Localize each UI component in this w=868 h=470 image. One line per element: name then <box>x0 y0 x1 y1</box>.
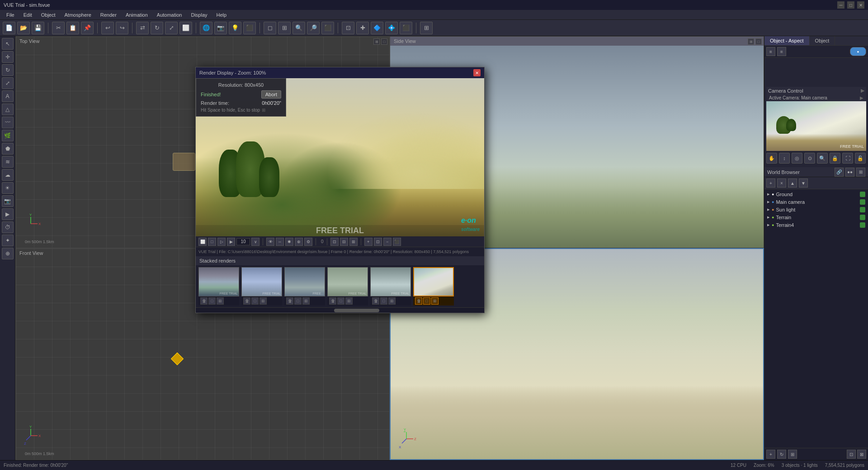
render-btn-5[interactable]: ∨ <box>251 238 259 246</box>
render-thumb-6-active[interactable] <box>413 267 454 296</box>
wb-bottom-1[interactable]: + <box>766 450 775 459</box>
frame-button[interactable]: ⬛ <box>321 22 334 34</box>
tool-move[interactable]: ✛ <box>2 51 14 63</box>
menu-atmosphere[interactable]: Atmosphere <box>60 11 96 19</box>
render-thumb-1[interactable]: FREE TRIAL <box>198 267 239 296</box>
thumb-3-delete[interactable]: 🗑 <box>286 297 293 305</box>
render-button[interactable]: 🌐 <box>200 22 212 34</box>
render-export-3[interactable]: ⊞ <box>349 238 358 246</box>
side-view-icon-1[interactable]: ⊞ <box>748 38 754 45</box>
select-button[interactable]: ◻ <box>264 22 276 34</box>
camera-button[interactable]: 📷 <box>214 22 227 34</box>
view-btn-4[interactable]: 💠 <box>385 22 398 34</box>
render-modal-close[interactable]: ✕ <box>473 69 481 76</box>
maximize-button[interactable]: □ <box>847 1 854 9</box>
render-export-1[interactable]: ⊡ <box>330 238 339 246</box>
terrain-button[interactable]: ⬜ <box>179 22 192 34</box>
menu-display[interactable]: Display <box>186 11 212 19</box>
cam-move[interactable]: ↕ <box>779 153 790 164</box>
render-view-3[interactable]: ✱ <box>285 238 293 246</box>
render-export-2[interactable]: ⊟ <box>340 238 348 246</box>
tree-item-terrain[interactable]: ▸ ● Terrain <box>764 213 868 221</box>
tool-rock[interactable]: ⬟ <box>2 143 14 155</box>
wb-add[interactable]: + <box>766 179 775 188</box>
thumb-5-expand[interactable]: ⊞ <box>388 297 396 305</box>
cam-look[interactable]: ⊙ <box>804 153 815 164</box>
cam-lock1[interactable]: 🔒 <box>830 153 840 164</box>
tool-select[interactable]: ↖ <box>2 38 14 50</box>
tool-rotate[interactable]: ↻ <box>2 64 14 76</box>
render-thumb-4[interactable]: FREE TRIAL <box>327 267 368 296</box>
close-button[interactable]: ✕ <box>857 1 864 9</box>
cam-pan[interactable]: ✋ <box>766 153 777 164</box>
menu-help[interactable]: Help <box>212 11 231 19</box>
zoom-in-button[interactable]: 🔍 <box>292 22 305 34</box>
render-zoom-fit[interactable]: ⊡ <box>374 238 382 246</box>
cam-lock2[interactable]: 🔓 <box>855 153 866 164</box>
menu-automation[interactable]: Automation <box>152 11 187 19</box>
thumb-5-copy[interactable]: □ <box>380 297 387 305</box>
tool-camera[interactable]: 📷 <box>2 195 14 207</box>
render-btn-3[interactable]: ▷ <box>217 238 226 246</box>
render-btn-2[interactable]: □ <box>208 238 216 246</box>
thumb-2-delete[interactable]: 🗑 <box>243 297 250 305</box>
side-view-icon-2[interactable]: □ <box>755 38 762 45</box>
wb-bottom-5[interactable]: ⊠ <box>857 450 866 459</box>
tool-misc[interactable]: ✦ <box>2 235 14 246</box>
render-zoom-custom[interactable]: ⬛ <box>393 238 401 246</box>
tool-plant[interactable]: 🌿 <box>2 130 14 141</box>
cam-full[interactable]: ⛶ <box>842 153 853 164</box>
render-view-4[interactable]: ⊕ <box>295 238 303 246</box>
oa-toggle[interactable]: ● <box>850 47 866 56</box>
render-scrollbar[interactable] <box>196 307 484 313</box>
wb-group[interactable]: ●● <box>845 168 854 177</box>
cam-zoom[interactable]: 🔍 <box>817 153 828 164</box>
render-scrollbar-thumb[interactable] <box>334 309 379 312</box>
minimize-button[interactable]: ─ <box>837 1 844 9</box>
thumb-2-copy[interactable]: □ <box>251 297 259 305</box>
zoom-fit-button[interactable]: ⊞ <box>278 22 291 34</box>
render-thumb-5[interactable]: FREE TRIAL <box>370 267 411 296</box>
view-btn-3[interactable]: 🔷 <box>371 22 383 34</box>
thumb-4-copy[interactable]: □ <box>337 297 344 305</box>
thumb-3-expand[interactable]: ⊞ <box>302 297 310 305</box>
tree-item-sunlight[interactable]: ▸ ● Sun light <box>764 206 868 213</box>
render-view-2[interactable]: ↔ <box>276 238 284 246</box>
render-btn-4[interactable]: ▶ <box>227 238 235 246</box>
tool-water[interactable]: 〰 <box>2 117 14 128</box>
tool-light[interactable]: ☀ <box>2 182 14 194</box>
thumb-5-delete[interactable]: 🗑 <box>372 297 379 305</box>
thumb-4-delete[interactable]: 🗑 <box>329 297 336 305</box>
render-view-5[interactable]: ⚙ <box>304 238 312 246</box>
rotate-button[interactable]: ↻ <box>151 22 163 34</box>
undo-button[interactable]: ↩ <box>101 22 114 34</box>
thumb-3-copy[interactable]: □ <box>294 297 302 305</box>
tool-paint[interactable]: A <box>2 90 14 102</box>
tool-animation[interactable]: ⏱ <box>2 221 14 233</box>
tree-item-camera[interactable]: ▸ ● Main camera <box>764 198 868 206</box>
cam-orbit[interactable]: ◎ <box>792 153 802 164</box>
wb-delete[interactable]: × <box>777 179 786 188</box>
menu-edit[interactable]: Edit <box>19 11 37 19</box>
menu-object[interactable]: Object <box>37 11 60 19</box>
oa-btn-1[interactable]: ≡ <box>766 47 775 56</box>
copy-button[interactable]: 📋 <box>66 22 79 34</box>
view-btn-1[interactable]: ⊡ <box>342 22 354 34</box>
render-thumb-3[interactable]: FREE... <box>284 267 325 296</box>
wb-move-up[interactable]: ▲ <box>788 179 797 188</box>
tree-item-ground[interactable]: ▸ ● Ground <box>764 190 868 198</box>
cut-button[interactable]: ✂ <box>52 22 65 34</box>
zoom-out-button[interactable]: 🔎 <box>307 22 320 34</box>
new-button[interactable]: 📄 <box>3 22 15 34</box>
wb-move-down[interactable]: ▼ <box>799 179 808 188</box>
thumb-1-delete[interactable]: 🗑 <box>200 297 208 305</box>
thumb-6-expand[interactable]: ⊞ <box>431 297 439 305</box>
wb-bottom-2[interactable]: ↻ <box>777 450 786 459</box>
wb-table[interactable]: ⊞ <box>856 168 865 177</box>
top-view-icon-2[interactable]: □ <box>381 38 387 45</box>
redo-button[interactable]: ↪ <box>116 22 128 34</box>
save-button[interactable]: 💾 <box>32 22 44 34</box>
grid-button[interactable]: ⊞ <box>420 22 433 34</box>
thumb-1-copy[interactable]: □ <box>208 297 216 305</box>
abort-button[interactable]: Abort <box>261 90 281 99</box>
